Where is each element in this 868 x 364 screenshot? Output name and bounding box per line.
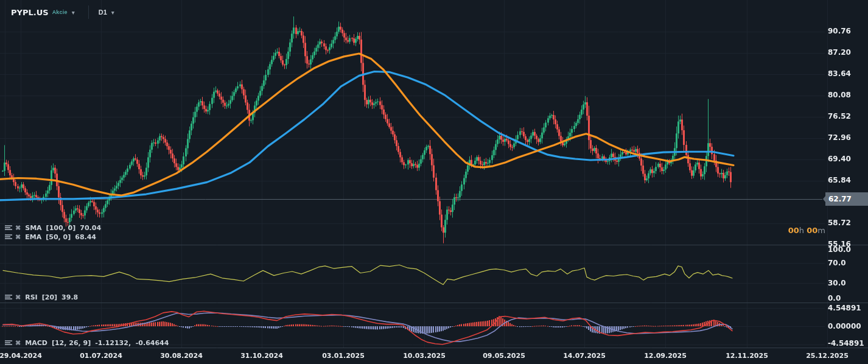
macd-value: -1.12132, -0.64644 [95,339,169,347]
rsi-params: [20] [42,293,57,301]
rsi-axis-label: 70.0 [828,259,846,267]
price-axis-label: 87.20 [828,48,851,57]
ema-value: 68.44 [75,233,96,241]
sma-params: [100, 0] [46,224,76,232]
legend-macd: ✖ MACD [12, 26, 9] -1.12132, -0.64644 [5,338,169,347]
date-axis-label: 14.07.2025 [560,352,609,360]
date-axis-label: 29.04.2024 [0,352,45,360]
timeframe-dropdown-caret-icon[interactable]: ▾ [111,9,114,16]
chart-header: PYPL.US Akcie ▾ D1 ▾ [0,4,114,20]
legend-sma: ✖ SMA [100, 0] 70.04 [5,223,101,232]
macd-axis-label: 0.00000 [828,322,861,331]
rsi-axis-label: 100.0 [828,245,851,254]
current-price-badge: 62.77 [825,192,868,206]
rsi-value: 39.8 [61,293,78,301]
symbol-label[interactable]: PYPL.US [11,8,49,17]
ema-name: EMA [25,233,41,241]
date-axis-label: 31.10.2024 [237,352,286,360]
rsi-remove-icon[interactable]: ✖ [15,294,21,300]
sma-remove-icon[interactable]: ✖ [15,225,21,231]
date-axis-label: 30.08.2024 [157,352,206,360]
sma-name: SMA [25,224,41,232]
price-axis-label: 83.64 [828,69,851,78]
market-type-label: Akcie [52,9,68,15]
price-axis-label: 76.52 [828,112,851,121]
macd-name: MACD [25,339,47,347]
chart-canvas[interactable] [0,0,868,364]
macd-params: [12, 26, 9] [52,339,91,347]
rsi-axis-label: 0.0 [828,294,841,303]
rsi-axis-label: 30.0 [828,279,846,287]
price-badge-arrow [823,192,828,206]
ema-remove-icon[interactable]: ✖ [15,234,21,240]
date-axis-label: 03.01.2025 [319,352,368,360]
legend-ema: ✖ EMA [50, 0] 68.44 [5,233,96,241]
ema-settings-icon[interactable] [5,234,12,240]
macd-axis-label: 4.54891 [828,304,861,312]
macd-axis-label: -4.54891 [828,339,864,348]
date-axis-label: 10.03.2025 [400,352,449,360]
sma-value: 70.04 [80,224,101,232]
date-axis-label: 25.12.2025 [803,352,852,360]
ema-params: [50, 0] [46,233,71,241]
price-axis-label: 69.40 [828,155,851,163]
symbol-dropdown-caret-icon[interactable]: ▾ [72,9,75,16]
current-price-value: 62.77 [828,195,852,203]
price-axis-label: 58.72 [828,219,851,227]
date-axis-label: 12.09.2025 [641,352,690,360]
rsi-name: RSI [25,293,38,301]
timeframe-label[interactable]: D1 [99,9,107,16]
macd-remove-icon[interactable]: ✖ [15,340,21,346]
header-divider [88,5,89,19]
price-axis-label: 65.84 [828,176,851,184]
price-axis-label: 90.76 [828,27,851,35]
date-axis-label: 12.11.2025 [723,352,771,360]
candle-countdown: 00h 00m [779,226,825,235]
price-axis-label: 72.96 [828,133,851,142]
date-axis-label: 01.07.2024 [77,352,125,360]
rsi-settings-icon[interactable] [5,295,12,300]
legend-rsi: ✖ RSI [20] 39.8 [5,293,78,301]
sma-settings-icon[interactable] [5,225,12,231]
price-axis-label: 80.08 [828,91,851,99]
macd-settings-icon[interactable] [5,340,12,346]
date-axis-label: 09.05.2025 [480,352,528,360]
trading-chart-app: PYPL.US Akcie ▾ D1 ▾ ✖ SMA [100, 0] 70.0… [0,0,868,364]
